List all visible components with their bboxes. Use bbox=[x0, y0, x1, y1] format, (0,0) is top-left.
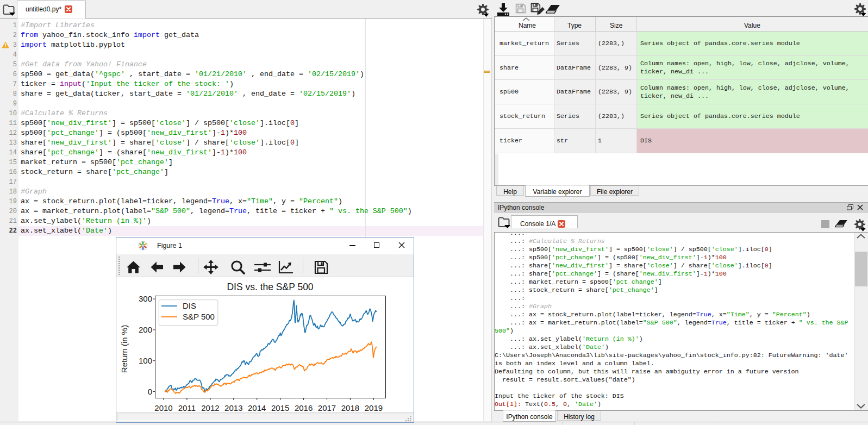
svg-text:100: 100 bbox=[139, 356, 152, 365]
svg-text:2019: 2019 bbox=[365, 403, 383, 412]
svg-text:DIS vs. the S&P 500: DIS vs. the S&P 500 bbox=[227, 282, 313, 292]
svg-text:2016: 2016 bbox=[295, 403, 313, 412]
svg-text:2012: 2012 bbox=[201, 403, 219, 412]
svg-text:2013: 2013 bbox=[224, 403, 242, 412]
svg-text:2017: 2017 bbox=[318, 403, 336, 412]
svg-text:DIS: DIS bbox=[183, 301, 196, 310]
svg-text:2018: 2018 bbox=[341, 403, 359, 412]
svg-text:0: 0 bbox=[148, 387, 152, 396]
svg-text:2014: 2014 bbox=[248, 403, 266, 412]
svg-text:2011: 2011 bbox=[178, 403, 196, 412]
svg-text:2010: 2010 bbox=[154, 403, 172, 412]
svg-text:S&P 500: S&P 500 bbox=[183, 312, 215, 321]
svg-text:300: 300 bbox=[139, 294, 152, 303]
svg-text:2015: 2015 bbox=[271, 403, 289, 412]
svg-text:200: 200 bbox=[139, 325, 152, 334]
svg-text:Return (in %): Return (in %) bbox=[120, 325, 129, 373]
